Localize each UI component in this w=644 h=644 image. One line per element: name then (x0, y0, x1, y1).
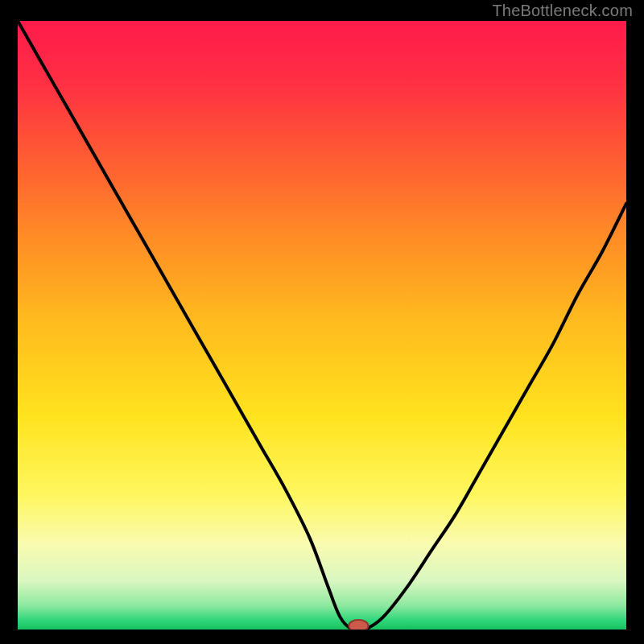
plot-area (18, 21, 626, 630)
chart-frame: TheBottleneck.com (0, 0, 644, 644)
optimum-marker (349, 620, 368, 630)
chart-svg (18, 21, 626, 630)
gradient-rect (18, 21, 626, 630)
watermark-text: TheBottleneck.com (492, 2, 633, 20)
